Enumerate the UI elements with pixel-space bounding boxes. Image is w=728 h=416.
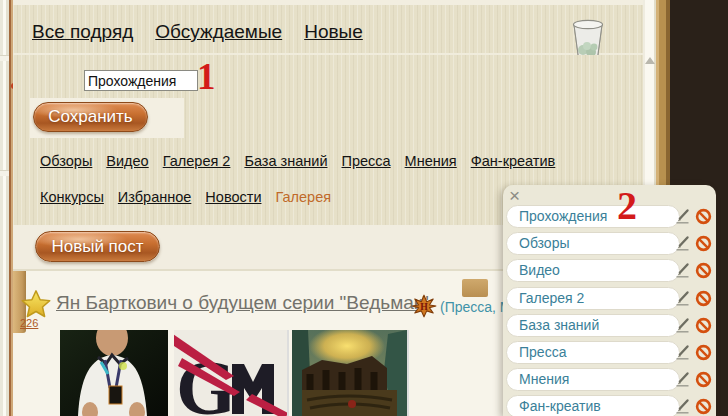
top-navigation: Все подряд Обсуждаемые Новые — [32, 21, 363, 43]
category-pill[interactable]: База знаний — [506, 314, 680, 337]
tab-obzory[interactable]: Обзоры — [40, 153, 92, 169]
scroll-up-arrow-icon[interactable] — [645, 57, 655, 64]
thumbnail-game-ruins-screenshot[interactable] — [290, 330, 409, 416]
category-pill[interactable]: Пресса — [506, 341, 680, 364]
tab-novosti[interactable]: Новости — [205, 189, 261, 205]
tab-konkursy[interactable]: Конкурсы — [40, 189, 104, 205]
category-pill[interactable]: Обзоры — [506, 232, 680, 255]
thumbnail-gm-logo[interactable]: G — [172, 330, 289, 416]
category-row: Видео — [503, 259, 716, 282]
category-pill[interactable]: Видео — [506, 259, 680, 282]
svg-text:Н: Н — [420, 301, 428, 312]
category-row: Пресса — [503, 341, 716, 364]
category-tabs-row-1: Обзоры Видео Галерея 2 База знаний Пресс… — [40, 153, 555, 169]
tape-patch-decoration — [462, 279, 488, 297]
category-pill[interactable]: Прохождения — [506, 205, 680, 228]
tab-pressa[interactable]: Пресса — [341, 153, 390, 169]
category-pill[interactable]: Мнения — [506, 368, 680, 391]
thumbnail-person-photo[interactable] — [60, 330, 168, 416]
category-row: Мнения — [503, 368, 716, 391]
nav-item-new[interactable]: Новые — [304, 21, 363, 43]
left-page-edge — [0, 0, 13, 416]
category-row: Прохождения — [503, 205, 716, 228]
delete-block-icon[interactable] — [695, 398, 712, 415]
favorite-star-icon[interactable] — [21, 289, 51, 319]
new-post-button[interactable]: Новый пост — [35, 231, 160, 262]
post-category-note: (Пресса, М — [440, 299, 512, 315]
left-rail-divider — [0, 170, 9, 176]
tab-galereya-active[interactable]: Галерея — [275, 189, 331, 205]
edit-pencil-icon[interactable] — [674, 262, 691, 279]
tab-baza-znaniy[interactable]: База знаний — [244, 153, 327, 169]
page: Все подряд Обсуждаемые Новые Корзина 1 С… — [0, 0, 728, 416]
delete-block-icon[interactable] — [695, 317, 712, 334]
category-tabs-row-2: Конкурсы Избранное Новости Галерея — [40, 189, 331, 205]
new-post-badge-icon: Н — [411, 293, 437, 319]
category-row: Фан-креатив — [503, 395, 716, 416]
close-icon[interactable]: × — [509, 186, 520, 206]
edit-pencil-icon[interactable] — [674, 235, 691, 252]
edit-pencil-icon[interactable] — [674, 371, 691, 388]
category-name-input[interactable] — [84, 70, 198, 91]
delete-block-icon[interactable] — [695, 262, 712, 279]
annotation-step-2: 2 — [617, 186, 637, 226]
tab-izbrannoe[interactable]: Избранное — [118, 189, 191, 205]
edit-pencil-icon[interactable] — [674, 317, 691, 334]
edit-pencil-icon[interactable] — [674, 344, 691, 361]
delete-block-icon[interactable] — [695, 208, 712, 225]
post-title-link[interactable]: Ян Барткович о будущем серии "Ведьмак" — [56, 292, 429, 314]
edit-pencil-icon[interactable] — [674, 208, 691, 225]
tab-video[interactable]: Видео — [106, 153, 148, 169]
category-row: Галерея 2 — [503, 287, 716, 310]
category-row: Обзоры — [503, 232, 716, 255]
category-row: База знаний — [503, 314, 716, 337]
nav-item-discussed[interactable]: Обсуждаемые — [155, 21, 282, 43]
category-manager-panel: × Прохождения Обзоры — [503, 185, 716, 416]
left-rail-divider — [0, 55, 9, 61]
delete-block-icon[interactable] — [695, 235, 712, 252]
delete-block-icon[interactable] — [695, 371, 712, 388]
tab-fan-kreativ[interactable]: Фан-креатив — [471, 153, 556, 169]
tab-mneniya[interactable]: Мнения — [405, 153, 457, 169]
delete-block-icon[interactable] — [695, 290, 712, 307]
category-pill[interactable]: Галерея 2 — [506, 287, 680, 310]
delete-block-icon[interactable] — [695, 344, 712, 361]
comments-count-link[interactable]: 226 — [20, 317, 38, 329]
save-button[interactable]: Сохранить — [33, 102, 148, 132]
nav-item-all[interactable]: Все подряд — [32, 21, 133, 43]
edit-pencil-icon[interactable] — [674, 290, 691, 307]
category-pill[interactable]: Фан-креатив — [506, 395, 680, 416]
edit-pencil-icon[interactable] — [674, 398, 691, 415]
annotation-step-1: 1 — [197, 58, 216, 95]
tab-galereya-2[interactable]: Галерея 2 — [163, 153, 231, 169]
